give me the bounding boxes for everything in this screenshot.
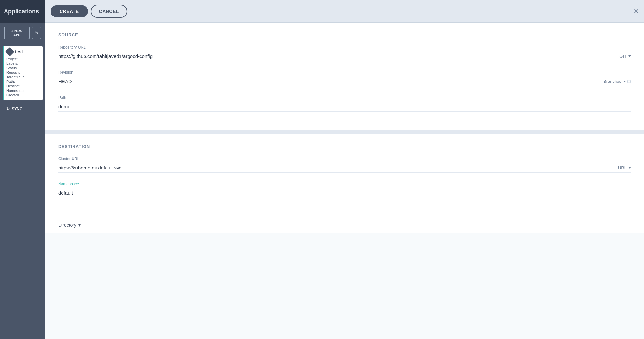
main-area: CREATE CANCEL ✕ SOURCE Repository URL GI…: [45, 0, 644, 339]
namespace-input[interactable]: [58, 188, 631, 198]
namespace-label: Namespace: [58, 182, 631, 186]
directory-arrow-icon: ▾: [78, 223, 81, 228]
refresh-button[interactable]: ↻: [32, 27, 41, 39]
url-label: URL: [618, 165, 627, 170]
close-button[interactable]: ✕: [633, 8, 639, 15]
app-card[interactable]: test Project: Labels: Status: Reposito..…: [3, 46, 43, 100]
close-icon: ✕: [633, 8, 639, 15]
sync-button[interactable]: ↻ SYNC: [3, 104, 43, 114]
app-detail-path: Path:: [6, 80, 40, 83]
sidebar-actions: + NEW APP ↻: [0, 23, 45, 43]
cluster-url-input[interactable]: [58, 163, 631, 173]
sidebar: Applications + NEW APP ↻ test Project: L…: [0, 0, 45, 339]
app-detail-labels: Labels:: [6, 61, 40, 65]
sync-icon: ↻: [6, 107, 10, 111]
revision-input[interactable]: [58, 77, 631, 86]
source-section: SOURCE Repository URL GIT Revision Branc…: [45, 23, 644, 130]
app-detail-destination: Destinati...:: [6, 84, 40, 88]
cluster-url-field: Cluster URL URL: [58, 157, 631, 173]
revision-field: Revision Branches: [58, 70, 631, 86]
destination-title: DESTINATION: [58, 144, 631, 149]
source-title: SOURCE: [58, 32, 631, 37]
url-arrow-icon: [628, 167, 631, 169]
directory-bar[interactable]: Directory ▾: [45, 217, 644, 233]
app-card-header: test: [6, 49, 40, 55]
repo-url-field: Repository URL GIT: [58, 45, 631, 61]
cancel-button[interactable]: CANCEL: [91, 5, 127, 18]
app-detail-status: Status:: [6, 66, 40, 70]
url-dropdown[interactable]: URL: [618, 165, 631, 170]
modal-content: SOURCE Repository URL GIT Revision Branc…: [45, 23, 644, 339]
directory-label: Directory: [58, 223, 76, 228]
refresh-icon: ↻: [35, 31, 38, 35]
modal-panel: CREATE CANCEL ✕ SOURCE Repository URL GI…: [45, 0, 644, 339]
path-field: Path: [58, 95, 631, 112]
repo-url-input[interactable]: [58, 51, 631, 61]
git-label: GIT: [619, 54, 627, 59]
namespace-field: Namespace: [58, 182, 631, 198]
branches-arrow-icon: [623, 81, 626, 82]
branches-label: Branches: [604, 79, 621, 84]
app-detail-repo: Reposito...:: [6, 71, 40, 74]
app-detail-created: Created ...: [6, 93, 40, 97]
app-name: test: [15, 49, 23, 54]
path-input[interactable]: [58, 102, 631, 112]
sync-label: SYNC: [12, 107, 22, 111]
branches-status-icon: [627, 80, 631, 83]
git-dropdown[interactable]: GIT: [619, 54, 631, 59]
app-detail-target: Target R...:: [6, 75, 40, 79]
cluster-url-label: Cluster URL: [58, 157, 631, 161]
revision-label: Revision: [58, 70, 631, 75]
create-button[interactable]: CREATE: [51, 5, 88, 17]
sidebar-header: Applications: [0, 0, 45, 23]
modal-header: CREATE CANCEL ✕: [45, 0, 644, 23]
repo-url-label: Repository URL: [58, 45, 631, 49]
app-detail-project: Project:: [6, 57, 40, 61]
app-icon: [5, 47, 14, 56]
path-label: Path: [58, 95, 631, 100]
sidebar-title: Applications: [4, 8, 39, 15]
app-detail-namespace: Namesp...:: [6, 89, 40, 93]
new-app-button[interactable]: + NEW APP: [4, 27, 30, 39]
branches-dropdown[interactable]: Branches: [604, 79, 631, 84]
destination-section: DESTINATION Cluster URL URL Namespace: [45, 134, 644, 217]
git-arrow-icon: [628, 55, 631, 57]
section-divider: [45, 130, 644, 134]
